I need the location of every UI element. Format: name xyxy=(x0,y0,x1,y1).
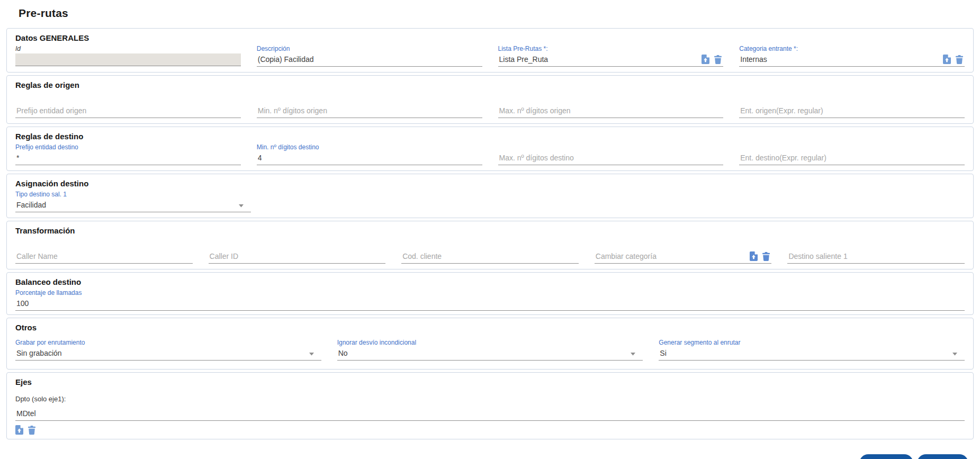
export-document-icon[interactable] xyxy=(943,55,951,64)
min-digitos-origen-field xyxy=(257,103,482,118)
lista-pre-rutas-label: Lista Pre-Rutas *: xyxy=(498,44,724,53)
id-field xyxy=(15,53,241,66)
section-title: Reglas de destino xyxy=(15,130,965,142)
generar-segmento-value: Si xyxy=(659,349,952,360)
ent-origen-field xyxy=(739,103,965,118)
prefijo-destino-label: Prefijo entidad destino xyxy=(15,143,241,152)
destino-saliente-input[interactable] xyxy=(787,252,965,263)
categoria-entrante-icons xyxy=(943,55,965,66)
dpto-label: Dpto (solo eje1): xyxy=(15,395,965,404)
max-digitos-origen-field xyxy=(498,103,724,118)
id-input xyxy=(15,55,241,66)
section-ejes: Ejes Dpto (solo eje1): xyxy=(6,372,974,439)
descripcion-field xyxy=(257,53,482,67)
max-digitos-origen-input[interactable] xyxy=(498,106,724,118)
ent-origen-input[interactable] xyxy=(739,106,965,118)
form-actions: Cancelar Guardar xyxy=(0,454,968,459)
dpto-input[interactable] xyxy=(15,409,965,420)
grabar-value: Sin grabación xyxy=(15,349,309,360)
section-asignacion-destino: Asignación destino Tipo destino sal. 1 F… xyxy=(6,174,974,218)
ent-destino-input[interactable] xyxy=(739,154,965,165)
ignorar-desvio-field-group: Ignorar desvío incondicional No xyxy=(337,338,643,361)
cambiar-categoria-field xyxy=(595,249,772,264)
categoria-entrante-field xyxy=(739,53,965,67)
export-document-icon[interactable] xyxy=(750,251,758,261)
destino-saliente-field xyxy=(787,249,965,264)
caller-name-field xyxy=(15,249,193,264)
cambiar-categoria-input[interactable] xyxy=(595,252,750,263)
section-transformacion: Transformación xyxy=(6,221,974,269)
grabar-field-group: Grabar por enrutamiento Sin grabación xyxy=(15,338,321,361)
section-title: Balanceo destino xyxy=(15,276,965,287)
max-digitos-destino-field xyxy=(498,152,724,165)
cod-cliente-input[interactable] xyxy=(401,252,579,263)
ignorar-desvio-value: No xyxy=(337,349,631,360)
min-digitos-origen-input[interactable] xyxy=(257,106,482,118)
caller-id-field xyxy=(209,249,386,264)
grabar-label: Grabar por enrutamiento xyxy=(15,338,321,347)
caller-id-input[interactable] xyxy=(209,252,386,263)
id-label: Id xyxy=(15,44,241,53)
section-title: Ejes xyxy=(15,376,965,388)
lista-pre-rutas-field-group: Lista Pre-Rutas *: xyxy=(498,44,724,67)
min-digitos-destino-field xyxy=(257,152,482,165)
porcentaje-field xyxy=(15,298,965,311)
cambiar-categoria-icons xyxy=(750,251,771,263)
caret-down-icon xyxy=(239,204,251,212)
generar-segmento-select[interactable]: Si xyxy=(659,347,965,361)
max-digitos-destino-field-group xyxy=(498,143,724,165)
categoria-entrante-field-group: Categoria entrante *: xyxy=(739,44,965,67)
ejes-icons xyxy=(15,425,965,435)
save-button[interactable]: Guardar xyxy=(917,454,968,459)
lista-pre-rutas-field xyxy=(498,53,724,67)
section-title: Datos GENERALES xyxy=(15,32,965,43)
categoria-entrante-input[interactable] xyxy=(739,55,943,66)
section-otros: Otros Grabar por enrutamiento Sin grabac… xyxy=(6,318,974,370)
min-digitos-destino-input[interactable] xyxy=(257,154,482,165)
prefijo-destino-input[interactable] xyxy=(15,154,241,165)
prefijo-destino-field xyxy=(15,152,241,165)
export-document-icon[interactable] xyxy=(15,425,23,435)
generar-segmento-field-group: Generar segmento al enrutar Si xyxy=(659,338,965,361)
section-balanceo-destino: Balanceo destino Porcentaje de llamadas xyxy=(6,272,974,315)
porcentaje-field-group: Porcentaje de llamadas xyxy=(15,289,965,311)
grabar-select[interactable]: Sin grabación xyxy=(15,347,321,361)
ignorar-desvio-select[interactable]: No xyxy=(337,347,643,361)
prefijo-origen-field xyxy=(15,103,241,118)
caller-name-input[interactable] xyxy=(15,252,193,263)
section-title: Otros xyxy=(15,321,965,333)
export-document-icon[interactable] xyxy=(702,55,709,64)
tipo-destino-label: Tipo destino sal. 1 xyxy=(15,190,251,199)
trash-icon[interactable] xyxy=(956,55,963,64)
caret-down-icon xyxy=(309,353,321,360)
caret-down-icon xyxy=(631,353,643,360)
ent-destino-field xyxy=(739,152,965,165)
max-digitos-destino-input[interactable] xyxy=(498,154,724,165)
prefijo-origen-input[interactable] xyxy=(15,106,241,118)
porcentaje-input[interactable] xyxy=(15,299,965,310)
lista-pre-rutas-input[interactable] xyxy=(498,55,702,66)
trash-icon[interactable] xyxy=(28,426,35,435)
page-title: Pre-rutas xyxy=(19,7,980,20)
descripcion-field-group: Descripción xyxy=(257,44,482,67)
tipo-destino-select[interactable]: Facilidad xyxy=(15,199,251,212)
tipo-destino-field-group: Tipo destino sal. 1 Facilidad xyxy=(15,190,251,212)
cancel-button[interactable]: Cancelar xyxy=(859,454,913,459)
generar-segmento-label: Generar segmento al enrutar xyxy=(659,338,965,347)
section-title: Transformación xyxy=(15,224,965,236)
prefijo-destino-field-group: Prefijo entidad destino xyxy=(15,143,241,165)
descripcion-input[interactable] xyxy=(257,55,482,66)
caret-down-icon xyxy=(952,353,965,360)
lista-pre-rutas-icons xyxy=(702,55,723,66)
tipo-destino-value: Facilidad xyxy=(15,201,239,212)
trash-icon[interactable] xyxy=(762,252,770,261)
form-cards: Datos GENERALES Id Descripción Lista Pre… xyxy=(6,28,974,439)
cod-cliente-field xyxy=(401,249,579,264)
section-datos-generales: Datos GENERALES Id Descripción Lista Pre… xyxy=(6,28,974,73)
dpto-field xyxy=(15,408,965,421)
id-field-group: Id xyxy=(15,44,241,67)
min-digitos-destino-field-group: Min. nº dígitos destino xyxy=(257,143,482,165)
trash-icon[interactable] xyxy=(714,55,722,64)
section-reglas-destino: Reglas de destino Prefijo entidad destin… xyxy=(6,127,974,171)
min-digitos-destino-label: Min. nº dígitos destino xyxy=(257,143,482,152)
